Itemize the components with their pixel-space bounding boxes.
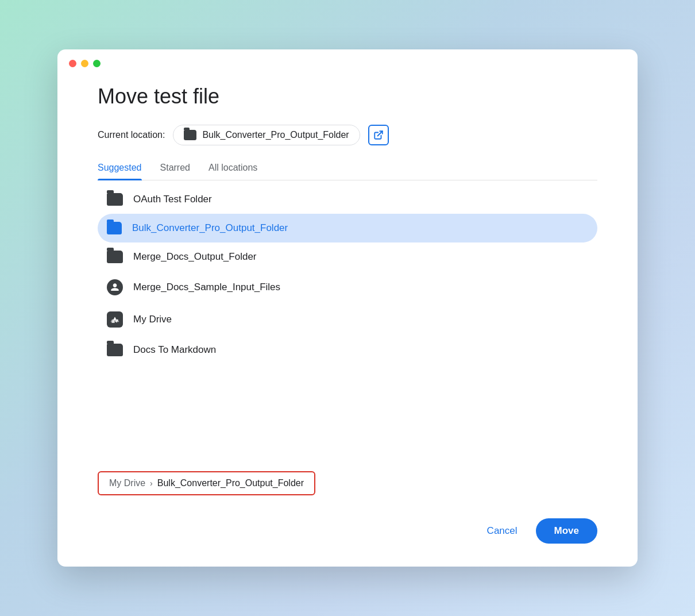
folder-item-merge-docs-sample[interactable]: Merge_Docs_Sample_Input_Files (98, 271, 597, 303)
current-location-label: Current location: (98, 130, 165, 140)
folder-label: Bulk_Converter_Pro_Output_Folder (132, 222, 288, 234)
folder-icon (107, 193, 123, 206)
breadcrumb-section: My Drive › Bulk_Converter_Pro_Output_Fol… (98, 471, 597, 495)
breadcrumb-chevron: › (150, 479, 153, 488)
folder-list: OAuth Test Folder Bulk_Converter_Pro_Out… (98, 180, 597, 460)
folder-label: Docs To Markdown (133, 344, 216, 356)
location-pill: Bulk_Converter_Pro_Output_Folder (173, 125, 360, 145)
breadcrumb-current: Bulk_Converter_Pro_Output_Folder (157, 478, 304, 488)
maximize-button[interactable] (93, 60, 101, 67)
dialog-footer: Cancel Move (98, 513, 597, 544)
shared-folder-icon (107, 279, 123, 295)
dialog-window: Move test file Current location: Bulk_Co… (57, 49, 638, 567)
folder-icon (107, 251, 123, 263)
tabs-row: Suggested Starred All locations (98, 163, 597, 180)
svg-line-0 (377, 131, 382, 136)
location-pill-text: Bulk_Converter_Pro_Output_Folder (202, 130, 349, 140)
tab-starred[interactable]: Starred (160, 163, 190, 180)
dialog-content: Move test file Current location: Bulk_Co… (57, 73, 638, 567)
folder-icon (107, 344, 123, 356)
dialog-title: Move test file (98, 84, 597, 109)
folder-icon-blue (107, 222, 122, 234)
folder-label: My Drive (133, 314, 172, 325)
folder-item-oauth[interactable]: OAuth Test Folder (98, 185, 597, 214)
external-link-button[interactable] (368, 125, 389, 145)
minimize-button[interactable] (81, 60, 88, 67)
tab-suggested[interactable]: Suggested (98, 163, 142, 180)
folder-label: Merge_Docs_Sample_Input_Files (133, 282, 280, 293)
folder-item-docs-markdown[interactable]: Docs To Markdown (98, 336, 597, 364)
folder-item-my-drive[interactable]: My Drive (98, 303, 597, 336)
folder-item-bulk-converter[interactable]: Bulk_Converter_Pro_Output_Folder (98, 214, 597, 242)
title-bar (57, 49, 638, 73)
current-location-row: Current location: Bulk_Converter_Pro_Out… (98, 125, 597, 145)
folder-item-merge-docs-output[interactable]: Merge_Docs_Output_Folder (98, 242, 597, 271)
drive-icon (107, 311, 123, 328)
move-button[interactable]: Move (536, 518, 597, 544)
cancel-button[interactable]: Cancel (478, 519, 527, 542)
tab-all-locations[interactable]: All locations (208, 163, 257, 180)
folder-label: OAuth Test Folder (133, 194, 212, 205)
folder-icon (184, 130, 196, 140)
close-button[interactable] (69, 60, 76, 67)
breadcrumb-root: My Drive (109, 478, 145, 488)
folder-label: Merge_Docs_Output_Folder (133, 251, 257, 263)
breadcrumb-box: My Drive › Bulk_Converter_Pro_Output_Fol… (98, 471, 315, 495)
